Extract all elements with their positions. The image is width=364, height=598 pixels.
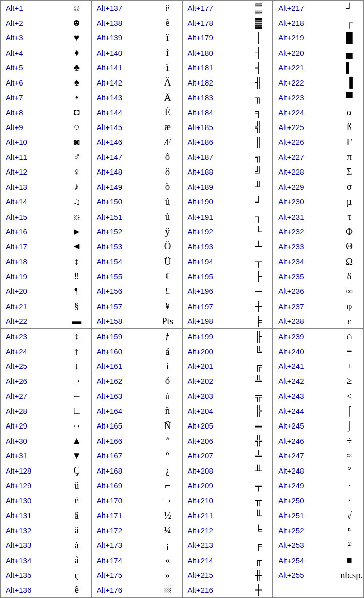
- character-symbol: ▲: [68, 435, 86, 446]
- character-symbol: é: [68, 495, 86, 506]
- alt-code-row: Alt+215╫: [183, 568, 273, 582]
- alt-code-row: Alt+5♣: [1, 60, 91, 75]
- alt-code-row: Alt+25↓: [1, 359, 91, 373]
- alt-code-row: Alt+253²: [273, 538, 363, 552]
- character-symbol: ╣: [249, 121, 267, 133]
- alt-code-row: Alt+174«: [92, 552, 182, 567]
- alt-code-row: Alt+225ß: [273, 120, 363, 135]
- alt-code-label: Alt+185: [188, 123, 250, 132]
- alt-code-row: Alt+243≤: [273, 389, 363, 403]
- alt-code-label: Alt+144: [97, 108, 159, 117]
- alt-code-row: Alt+209╤: [183, 478, 273, 493]
- alt-code-row: Alt+157¥: [92, 298, 182, 313]
- alt-code-label: Alt+249: [278, 481, 340, 490]
- alt-code-label: Alt+13: [6, 183, 68, 191]
- character-symbol: ⌡: [340, 420, 358, 432]
- character-symbol: ■: [340, 554, 358, 566]
- alt-code-row: Alt+182╢: [183, 75, 273, 90]
- alt-code-label: Alt+166: [97, 437, 159, 445]
- character-symbol: ÿ: [159, 226, 177, 237]
- character-symbol: É: [159, 107, 177, 118]
- alt-code-label: Alt+178: [188, 19, 250, 27]
- alt-code-label: Alt+7: [6, 93, 68, 102]
- column-2: Alt+137ëAlt+138èAlt+139ïAlt+140îAlt+141ì…: [92, 1, 183, 597]
- character-symbol: ←: [68, 391, 86, 402]
- character-symbol: Φ: [340, 226, 358, 237]
- character-symbol: ○: [68, 121, 86, 133]
- alt-code-row: Alt+236∞: [273, 284, 363, 298]
- alt-code-row: Alt+17◄: [1, 239, 91, 254]
- character-symbol: £: [159, 286, 177, 297]
- alt-code-label: Alt+131: [6, 511, 68, 520]
- alt-code-label: Alt+212: [188, 526, 250, 535]
- character-symbol: ≈: [340, 450, 358, 461]
- alt-code-row: Alt+167º: [92, 448, 182, 463]
- character-symbol: █: [340, 32, 358, 44]
- alt-code-label: Alt+192: [188, 227, 250, 236]
- alt-code-label: Alt+30: [6, 437, 68, 445]
- character-symbol: ╞: [249, 316, 267, 327]
- alt-code-row: Alt+249∙: [273, 478, 363, 493]
- alt-code-row: Alt+154Ü: [92, 254, 182, 269]
- character-symbol: →: [68, 375, 86, 387]
- alt-code-label: Alt+2: [6, 19, 68, 27]
- character-symbol: ë: [159, 3, 177, 14]
- character-symbol: ╕: [249, 107, 267, 118]
- character-symbol: ╧: [249, 450, 267, 461]
- alt-code-label: Alt+143: [97, 93, 159, 102]
- alt-code-label: Alt+181: [188, 63, 250, 72]
- character-symbol: ⌐: [159, 480, 177, 491]
- alt-code-label: Alt+229: [278, 183, 340, 191]
- alt-code-row: Alt+177▒: [183, 1, 273, 15]
- character-symbol: ↑: [68, 346, 86, 357]
- alt-code-row: Alt+240≡: [273, 344, 363, 359]
- alt-code-label: Alt+215: [188, 571, 250, 579]
- alt-code-row: Alt+20¶: [1, 284, 91, 298]
- character-symbol: à: [68, 540, 86, 551]
- character-symbol: ú: [159, 391, 177, 402]
- character-symbol: ¿: [159, 465, 177, 476]
- character-symbol: └: [249, 226, 267, 237]
- character-symbol: «: [159, 554, 177, 566]
- alt-code-label: Alt+165: [97, 421, 159, 430]
- character-symbol: ƒ: [159, 331, 177, 342]
- alt-code-label: Alt+167: [97, 451, 159, 460]
- alt-code-label: Alt+135: [6, 571, 68, 579]
- alt-code-label: Alt+17: [6, 242, 68, 251]
- character-symbol: ü: [68, 480, 86, 491]
- character-symbol: •: [68, 92, 86, 103]
- alt-code-label: Alt+247: [278, 451, 340, 460]
- alt-code-label: Alt+12: [6, 167, 68, 176]
- column-4: Alt+217┘Alt+218┌Alt+219█Alt+220▄Alt+221▌…: [273, 1, 363, 597]
- character-symbol: ╓: [249, 554, 267, 566]
- alt-code-label: Alt+152: [97, 227, 159, 236]
- character-symbol: ε: [340, 316, 358, 327]
- alt-code-label: Alt+157: [97, 302, 159, 311]
- alt-code-label: Alt+138: [97, 19, 159, 27]
- character-symbol: ï: [159, 32, 177, 44]
- character-symbol: ·: [340, 495, 358, 506]
- alt-code-row: Alt+28∟: [1, 404, 91, 418]
- alt-code-label: Alt+194: [188, 257, 250, 266]
- alt-code-row: Alt+23↨: [1, 329, 91, 344]
- character-symbol: ∟: [68, 405, 86, 416]
- alt-code-row: Alt+206╬: [183, 434, 273, 448]
- alt-code-label: Alt+19: [6, 272, 68, 281]
- alt-code-row: Alt+31▼: [1, 448, 91, 463]
- character-symbol: Pts: [159, 316, 177, 327]
- alt-code-label: Alt+145: [97, 123, 159, 132]
- character-symbol: ↓: [68, 361, 86, 372]
- alt-code-row: Alt+173¡: [92, 538, 182, 552]
- character-symbol: ≥: [340, 375, 358, 387]
- alt-code-row: Alt+132ä: [1, 523, 91, 537]
- alt-code-row: Alt+141ì: [92, 60, 182, 75]
- character-symbol: §: [68, 301, 86, 312]
- alt-code-row: Alt+205═: [183, 418, 273, 433]
- alt-code-label: Alt+190: [188, 197, 250, 206]
- alt-code-row: Alt+162ó: [92, 374, 182, 389]
- alt-code-label: Alt+195: [188, 272, 250, 281]
- alt-code-chart: Alt+1☺Alt+2☻Alt+3♥Alt+4♦Alt+5♣Alt+6♠Alt+…: [0, 0, 364, 598]
- alt-code-label: Alt+184: [188, 108, 250, 117]
- alt-code-label: Alt+206: [188, 437, 250, 445]
- alt-code-row: Alt+14♫: [1, 194, 91, 209]
